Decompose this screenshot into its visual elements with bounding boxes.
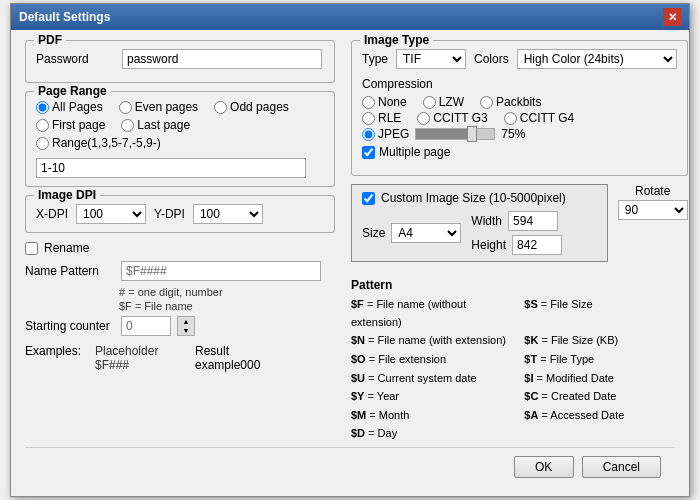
spinner-up[interactable]: ▲: [178, 317, 194, 326]
lzw-radio[interactable]: [423, 96, 436, 109]
ok-button[interactable]: OK: [514, 456, 574, 478]
custom-size-header: Custom Image Size (10-5000pixel): [362, 191, 597, 205]
ccitt4-radio[interactable]: [504, 112, 517, 125]
rename-checkbox[interactable]: [25, 242, 38, 255]
odd-pages-option[interactable]: Odd pages: [214, 100, 289, 114]
multiple-page-checkbox[interactable]: [362, 146, 375, 159]
none-label: None: [378, 95, 407, 109]
rle-option[interactable]: RLE: [362, 111, 401, 125]
ccitt3-option[interactable]: CCITT G3: [417, 111, 487, 125]
type-label: Type: [362, 52, 388, 66]
ccitt4-option[interactable]: CCITT G4: [504, 111, 574, 125]
pattern-item-m: $M = Month: [351, 407, 514, 425]
ccitt3-radio[interactable]: [417, 112, 430, 125]
password-input[interactable]: [122, 49, 322, 69]
last-page-label: Last page: [137, 118, 190, 132]
custom-size-section: Custom Image Size (10-5000pixel) Size A4: [351, 184, 608, 262]
page-range-label: Page Range: [34, 84, 111, 98]
all-pages-radio[interactable]: [36, 101, 49, 114]
colors-select[interactable]: High Color (24bits): [517, 49, 677, 69]
pattern-item-n: $N = File name (with extension): [351, 332, 514, 350]
pattern-item-i: $I = Modified Date: [524, 370, 687, 388]
rotate-select[interactable]: 90: [618, 200, 688, 220]
pattern-item-0: $F = File name (without extension): [351, 296, 514, 331]
packbits-radio[interactable]: [480, 96, 493, 109]
rle-label: RLE: [378, 111, 401, 125]
content-area: PDF Password Page Range All Pages: [11, 30, 689, 496]
image-type-label: Image Type: [360, 33, 433, 47]
examples-section: Examples: Placeholder Result $F### examp…: [25, 344, 335, 372]
rename-label: Rename: [44, 241, 89, 255]
lzw-option[interactable]: LZW: [423, 95, 464, 109]
range-radio[interactable]: [36, 137, 49, 150]
name-pattern-label: Name Pattern: [25, 264, 115, 278]
placeholder-header: Placeholder: [95, 344, 195, 358]
multiple-page-option[interactable]: Multiple page: [362, 145, 677, 159]
rotate-label: Rotate: [618, 184, 688, 198]
password-row: Password: [36, 49, 324, 69]
rotate-section: Rotate 90: [618, 184, 688, 220]
packbits-option[interactable]: Packbits: [480, 95, 541, 109]
close-button[interactable]: ✕: [663, 8, 681, 26]
last-page-radio[interactable]: [121, 119, 134, 132]
name-pattern-input[interactable]: [121, 261, 321, 281]
jpeg-option[interactable]: JPEG: [362, 127, 409, 141]
pattern-item-d: $D = Day: [351, 425, 514, 443]
pattern-item-t: $T = File Type: [524, 351, 687, 369]
xdpi-select[interactable]: 100: [76, 204, 146, 224]
jpeg-radio[interactable]: [362, 128, 375, 141]
starting-counter-label: Starting counter: [25, 319, 115, 333]
custom-size-checkbox[interactable]: [362, 192, 375, 205]
multiple-page-row: Multiple page: [362, 145, 677, 159]
odd-pages-radio[interactable]: [214, 101, 227, 114]
spinner-down[interactable]: ▼: [178, 326, 194, 335]
range-input[interactable]: [36, 158, 306, 178]
jpeg-quality-slider[interactable]: [415, 128, 495, 140]
last-page-option[interactable]: Last page: [121, 118, 190, 132]
first-page-radio[interactable]: [36, 119, 49, 132]
pdf-label: PDF: [34, 33, 66, 47]
pdf-group: PDF Password: [25, 40, 335, 83]
pattern-item-u: $U = Current system date: [351, 370, 514, 388]
pattern-section: Pattern $F = File name (without extensio…: [351, 278, 688, 443]
pattern-title: Pattern: [351, 278, 688, 292]
password-label: Password: [36, 52, 116, 66]
range-option[interactable]: Range(1,3,5-7,-5,9-): [36, 136, 324, 150]
size-select[interactable]: A4: [391, 223, 461, 243]
cancel-button[interactable]: Cancel: [582, 456, 661, 478]
height-input[interactable]: [512, 235, 562, 255]
example-result: example000: [195, 358, 260, 372]
none-radio[interactable]: [362, 96, 375, 109]
starting-counter-input[interactable]: [121, 316, 171, 336]
even-pages-radio[interactable]: [119, 101, 132, 114]
width-input[interactable]: [508, 211, 558, 231]
size-left: Size A4: [362, 211, 461, 255]
rename-section: Rename Name Pattern # = one digit, numbe…: [25, 241, 335, 372]
image-dpi-group: Image DPI X-DPI 100 Y-DPI 100: [25, 195, 335, 233]
none-option[interactable]: None: [362, 95, 407, 109]
even-pages-option[interactable]: Even pages: [119, 100, 198, 114]
ydpi-select[interactable]: 100: [193, 204, 263, 224]
pattern-item-s: $S = File Size: [524, 296, 687, 331]
all-pages-option[interactable]: All Pages: [36, 100, 103, 114]
image-type-row: Type TIF Colors High Color (24bits): [362, 49, 677, 69]
all-pages-label: All Pages: [52, 100, 103, 114]
compression-section: Compression None LZW: [362, 77, 677, 159]
width-label: Width: [471, 214, 502, 228]
colors-label: Colors: [474, 52, 509, 66]
range-label: Range(1,3,5-7,-5,9-): [52, 136, 161, 150]
main-layout: PDF Password Page Range All Pages: [25, 40, 675, 443]
ydpi-label: Y-DPI: [154, 207, 185, 221]
rle-radio[interactable]: [362, 112, 375, 125]
odd-pages-label: Odd pages: [230, 100, 289, 114]
page-range-options: All Pages Even pages Odd pages Firs: [36, 100, 324, 150]
dpi-row: X-DPI 100 Y-DPI 100: [36, 204, 324, 224]
jpeg-quality-value: 75%: [501, 127, 525, 141]
first-page-option[interactable]: First page: [36, 118, 105, 132]
type-select[interactable]: TIF: [396, 49, 466, 69]
ccitt4-label: CCITT G4: [520, 111, 574, 125]
hint2: $F = File name: [25, 300, 335, 312]
image-dpi-label: Image DPI: [34, 188, 100, 202]
pattern-grid: $F = File name (without extension) $S = …: [351, 296, 688, 443]
height-label: Height: [471, 238, 506, 252]
